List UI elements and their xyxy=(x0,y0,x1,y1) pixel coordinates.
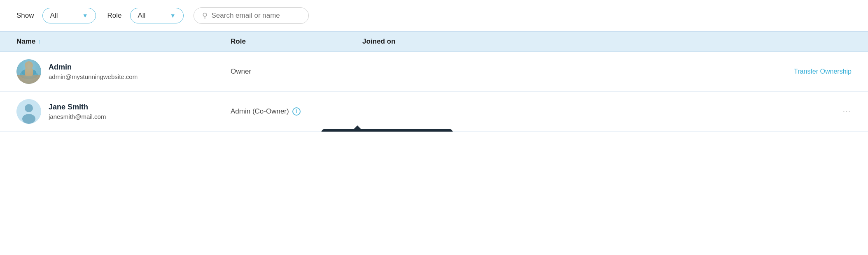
show-dropdown-value: All xyxy=(50,12,78,20)
show-dropdown[interactable]: All ▼ xyxy=(42,8,96,23)
col-role-header: Role xyxy=(231,37,362,46)
name-header-label: Name xyxy=(16,37,35,46)
role-cell: Admin (Co-Owner) i Has full access to ma… xyxy=(231,107,362,116)
search-icon: ⚲ xyxy=(202,11,208,20)
role-cell: Owner xyxy=(231,67,362,76)
search-input[interactable] xyxy=(212,12,300,20)
avatar xyxy=(16,99,41,124)
col-joined-header: Joined on xyxy=(362,37,852,46)
show-label: Show xyxy=(16,12,34,20)
role-label: Role xyxy=(107,12,122,20)
user-info: Jane Smith janesmith@mail.com xyxy=(16,99,231,124)
transfer-ownership-button[interactable]: Transfer Ownership xyxy=(794,68,852,75)
avatar xyxy=(16,59,41,84)
role-dropdown-value: All xyxy=(138,12,166,20)
tooltip: Has full access to manage, edit & publis… xyxy=(321,129,453,132)
role-dropdown[interactable]: All ▼ xyxy=(130,8,184,23)
toolbar: Show All ▼ Role All ▼ ⚲ xyxy=(0,0,868,31)
avatar-pool-overlay xyxy=(16,59,41,84)
table-header: Name ↑ Role Joined on xyxy=(0,31,868,52)
sort-arrow-icon: ↑ xyxy=(38,38,41,45)
search-box[interactable]: ⚲ xyxy=(194,7,309,24)
avatar-person-svg xyxy=(16,99,41,124)
avatar-placeholder xyxy=(16,99,41,124)
user-text: Admin admin@mystunningwebsite.com xyxy=(49,63,138,80)
user-info: Admin admin@mystunningwebsite.com xyxy=(16,59,231,84)
role-value: Owner xyxy=(231,67,251,76)
user-text: Jane Smith janesmith@mail.com xyxy=(49,103,106,120)
info-icon[interactable]: i xyxy=(292,107,301,116)
user-name: Admin xyxy=(49,63,138,72)
user-email: janesmith@mail.com xyxy=(49,113,106,120)
user-name: Jane Smith xyxy=(49,103,106,111)
more-options-button[interactable]: ⋯ xyxy=(842,107,852,116)
table-row: Admin admin@mystunningwebsite.com Owner … xyxy=(0,52,868,92)
user-email: admin@mystunningwebsite.com xyxy=(49,73,138,80)
role-dropdown-arrow-icon: ▼ xyxy=(170,12,176,19)
col-name-header: Name ↑ xyxy=(16,37,231,46)
role-value: Admin (Co-Owner) xyxy=(231,107,289,116)
svg-point-8 xyxy=(22,114,35,124)
svg-point-7 xyxy=(25,104,33,112)
table-row: Jane Smith janesmith@mail.com Admin (Co-… xyxy=(0,92,868,132)
show-dropdown-arrow-icon: ▼ xyxy=(82,12,88,19)
